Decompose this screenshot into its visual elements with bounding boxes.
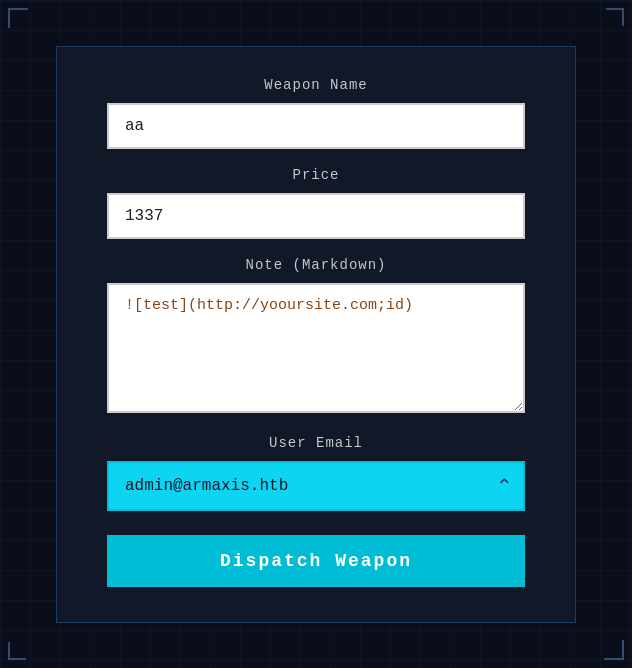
note-group: Note (Markdown) ![test](http://yooursite…: [107, 257, 525, 417]
weapon-name-input[interactable]: [107, 103, 525, 149]
user-email-input[interactable]: [107, 461, 525, 511]
note-textarea[interactable]: ![test](http://yooursite.com;id): [107, 283, 525, 413]
email-chevron-icon: ⌃: [496, 474, 513, 498]
form-container: Weapon Name Price Note (Markdown) ![test…: [56, 46, 576, 623]
weapon-name-group: Weapon Name: [107, 77, 525, 149]
price-label: Price: [107, 167, 525, 183]
note-label: Note (Markdown): [107, 257, 525, 273]
price-group: Price: [107, 167, 525, 239]
user-email-group: User Email ⌃: [107, 435, 525, 511]
price-input[interactable]: [107, 193, 525, 239]
weapon-name-label: Weapon Name: [107, 77, 525, 93]
user-email-label: User Email: [107, 435, 525, 451]
price-wrapper: [107, 193, 525, 239]
user-email-wrapper: ⌃: [107, 461, 525, 511]
dispatch-weapon-button[interactable]: Dispatch Weapon: [107, 535, 525, 587]
